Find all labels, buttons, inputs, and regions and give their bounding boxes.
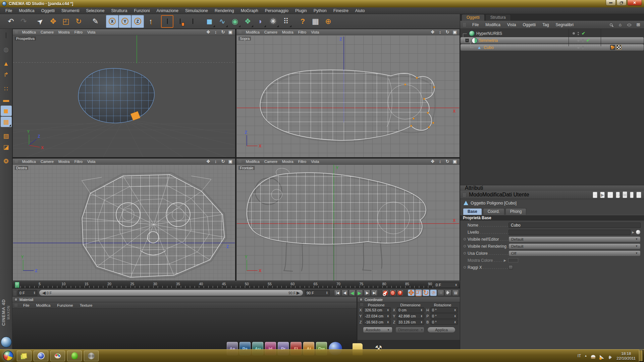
dim-x-field[interactable]: 0 cm▲▼ — [397, 307, 424, 313]
viewport-menu-item[interactable]: Filtro — [296, 30, 309, 35]
scale-icon[interactable]: ◰ — [60, 15, 72, 28]
last-tool-icon[interactable]: ✎ — [89, 15, 102, 28]
om-filter-icon[interactable] — [626, 22, 632, 28]
spinner-arrows-icon[interactable]: ▲▼ — [34, 291, 36, 294]
play-backward-button[interactable]: ◀ — [349, 290, 356, 296]
materials-menu-item[interactable]: Funzione — [54, 303, 76, 308]
right-canvas[interactable]: Destra Z — [13, 165, 235, 281]
menu-item[interactable]: MoGraph — [237, 8, 262, 14]
drag-handle-icon[interactable] — [238, 31, 241, 34]
uv-mode-icon[interactable]: ▩ — [1, 117, 12, 127]
keyframe-options-button[interactable]: ? — [397, 290, 404, 296]
menu-item[interactable]: Finestre — [330, 8, 352, 14]
attr-history-icon[interactable]: 8 — [630, 192, 634, 198]
panel-toggle-icon[interactable] — [360, 298, 363, 301]
lock-z-icon[interactable]: Z — [131, 15, 144, 28]
coord-system-icon[interactable]: ↑ — [144, 15, 157, 28]
viewport-menu-item[interactable]: Mostra — [56, 30, 72, 35]
add-particles-icon[interactable]: ⠿ — [280, 15, 292, 28]
texture-mode-icon[interactable]: ▨ — [1, 131, 12, 141]
menu-item[interactable]: Personaggio — [262, 8, 292, 14]
layer-browser-icon[interactable] — [636, 230, 641, 235]
key-rotation-toggle[interactable]: ↻ — [423, 290, 429, 296]
add-spline-icon[interactable]: ∿ — [216, 15, 228, 28]
tab-struttura[interactable]: Struttura — [485, 14, 511, 21]
scroll-left-icon[interactable]: ◀ — [42, 290, 46, 295]
viewport-menu-item[interactable]: Filtro — [296, 159, 309, 164]
viewport-menu-item[interactable]: Camere — [262, 30, 280, 35]
materials-menu-item[interactable]: Modifica — [33, 303, 54, 308]
viewport-menu-item[interactable]: Vista — [309, 159, 321, 164]
viewport-rotate-icon[interactable]: ↻ — [445, 29, 450, 35]
show-desktop-button[interactable] — [639, 350, 643, 362]
viewport-pan-icon[interactable]: ✥ — [206, 29, 211, 35]
viewport-menu-item[interactable]: Mostra — [56, 159, 72, 164]
om-menu-item[interactable]: Oggetti — [520, 22, 539, 27]
key-position-toggle[interactable]: ✥ — [408, 290, 415, 296]
visibility-dot[interactable] — [577, 46, 580, 49]
drag-handle-icon[interactable] — [238, 160, 241, 163]
viewport-menu-item[interactable]: Camere — [38, 159, 56, 164]
panel-toggle-icon[interactable] — [14, 298, 17, 301]
viewport-maximize-icon[interactable]: ▣ — [452, 29, 458, 35]
timeline-end-spinner[interactable]: 0 F ▲▼ — [434, 282, 459, 288]
om-menu-item[interactable]: Tag — [539, 22, 552, 27]
make-editable-icon[interactable] — [1, 30, 12, 41]
spinner-arrows-icon[interactable]: ▲▼ — [326, 291, 328, 294]
viewport-rotate-icon[interactable]: ↻ — [220, 159, 226, 164]
render-dots[interactable] — [582, 39, 584, 42]
coord-mode-select[interactable]: Assoluto▼ — [363, 327, 392, 333]
menu-item[interactable]: Animazione — [153, 8, 182, 14]
pos-x-field[interactable]: 326.53 cm▲▼ — [363, 307, 391, 313]
drag-handle-icon[interactable] — [463, 23, 466, 26]
add-cube-icon[interactable]: ◼ — [203, 15, 216, 28]
om-add-icon[interactable]: ⊞ — [635, 22, 641, 28]
viewport-zoom-icon[interactable]: ↕ — [437, 29, 443, 35]
sound-toggle[interactable] — [445, 290, 451, 296]
attr-lock-icon[interactable] — [623, 191, 627, 198]
render-view-icon[interactable] — [161, 15, 173, 28]
viewport-menu-item[interactable]: Camere — [262, 159, 280, 164]
key-parameter-toggle[interactable]: Ⓟ — [430, 290, 437, 296]
front-canvas[interactable]: Frontale X Y — [236, 165, 460, 281]
add-deformer-icon[interactable]: ◗ — [254, 15, 267, 28]
enabled-check-icon[interactable]: ✔ — [582, 31, 585, 36]
add-hypernurbs-icon[interactable]: ◉ — [229, 15, 241, 28]
clock[interactable]: 18:18 22/10/2011 — [616, 351, 636, 361]
viewport-menu-item[interactable]: Mostra — [280, 30, 296, 35]
anim-dot-icon[interactable] — [464, 266, 466, 268]
anim-dot-icon[interactable] — [464, 245, 466, 247]
menu-item[interactable]: Aiuto — [352, 8, 368, 14]
viewport-pan-icon[interactable]: ✥ — [206, 159, 211, 164]
drag-handle-icon[interactable] — [13, 291, 16, 295]
key-scale-toggle[interactable]: ◰ — [415, 290, 422, 296]
attr-up-icon[interactable]: ▲ — [607, 192, 613, 198]
record-key-button[interactable] — [382, 290, 389, 296]
viewport-menu-item[interactable]: Mostra — [280, 159, 296, 164]
viewport-menu-item[interactable]: Modifica — [244, 159, 262, 164]
render-team-icon[interactable] — [186, 15, 199, 28]
language-indicator[interactable]: IT — [578, 354, 581, 358]
live-selection-icon[interactable]: ➤ — [34, 15, 47, 28]
next-frame-button[interactable]: |▶ — [364, 290, 370, 296]
mostra-colore-swatch[interactable] — [508, 258, 518, 262]
section-header[interactable]: Proprietà Base — [460, 215, 644, 221]
menu-item[interactable]: Plugin — [292, 8, 310, 14]
scroll-right-icon[interactable]: ▶ — [297, 290, 300, 295]
viewport-menu-item[interactable]: Vista — [309, 30, 321, 35]
rot-b-field[interactable]: 0 °▲▼ — [430, 319, 458, 325]
om-menu-item[interactable]: File — [469, 22, 482, 27]
render-dots[interactable] — [582, 46, 584, 49]
viewport-menu-item[interactable]: Filtro — [72, 30, 85, 35]
restore-button[interactable] — [616, 0, 627, 6]
render-settings-icon[interactable] — [174, 15, 186, 28]
attr-tab-base[interactable]: Base — [463, 208, 482, 215]
visibility-dot[interactable] — [577, 39, 580, 42]
dim-z-field[interactable]: 33.126 cm▲▼ — [397, 319, 424, 325]
pinned-cleaner[interactable] — [67, 351, 82, 361]
add-environment-icon[interactable]: ✳ — [267, 15, 279, 28]
menu-item[interactable]: Struttura — [108, 8, 130, 14]
menu-item[interactable]: Oggetti — [38, 8, 58, 14]
menu-item[interactable]: Funzioni — [130, 8, 153, 14]
play-button[interactable]: ▶ — [356, 290, 363, 296]
